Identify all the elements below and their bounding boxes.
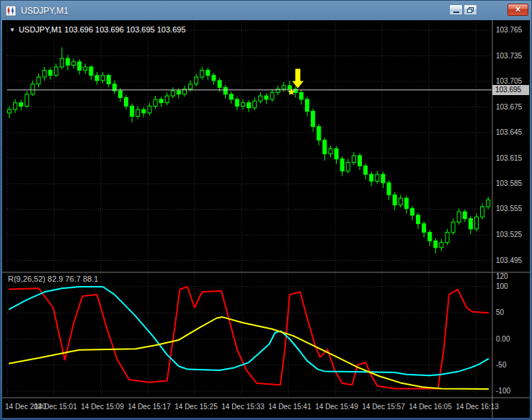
restore-button[interactable] [464, 4, 477, 15]
price-axis-label: 103.585 [496, 179, 522, 188]
time-axis-label: 14 Dec 15:49 [314, 403, 360, 411]
time-scale[interactable]: 14 Dec 202014 Dec 15:0114 Dec 15:0914 De… [2, 398, 530, 418]
price-axis-label: 103.495 [496, 256, 522, 265]
candlesticks [8, 48, 490, 254]
indicator-axis-label: 50 [496, 308, 504, 317]
time-axis-label: 14 Dec 15:41 [267, 403, 313, 411]
time-axis-label: 14 Dec 15:09 [79, 403, 125, 411]
line-red [9, 287, 488, 388]
time-axis-label: 14 Dec 15:33 [220, 403, 266, 411]
mt4-chart-window: USDJPY,M1 × ★ ▼ USDJPY,M1 103.696 103.69… [0, 0, 532, 420]
price-axis-label: 103.765 [496, 26, 522, 35]
chart-icon [5, 5, 17, 17]
price-axis-label: 103.555 [496, 205, 522, 213]
indicator-label: R(9,26,52) 82.9 76.7 88.1 [8, 274, 98, 283]
chart-content: ★ ▼ USDJPY,M1 103.696 103.696 103.695 10… [2, 20, 530, 418]
down-arrow-annotation-icon[interactable] [292, 69, 303, 89]
price-axis-label: 103.735 [496, 52, 522, 61]
one-click-trading-toggle-icon[interactable]: ▼ [9, 26, 15, 34]
price-scale[interactable]: 103.695 103.765103.735103.705103.675103.… [494, 20, 530, 418]
indicator-axis-label: 100 [496, 282, 508, 291]
price-axis-label: 103.675 [496, 103, 522, 112]
indicator-axis-label: -50 [496, 361, 506, 370]
time-axis-label: 14 Dec 15:25 [173, 403, 219, 411]
close-button[interactable]: × [507, 4, 528, 16]
price-axis-label: 103.615 [496, 154, 522, 163]
line-yellow [9, 317, 488, 389]
minimize-button[interactable] [449, 4, 463, 15]
ohlc-label: USDJPY,M1 103.696 103.696 103.695 103.69… [19, 25, 186, 34]
indicator-axis-label: -100 [496, 387, 510, 396]
window-title: USDJPY,M1 [21, 6, 68, 16]
time-axis-label: 14 Dec 15:17 [126, 403, 172, 411]
indicator-lines [9, 287, 488, 389]
close-icon: × [515, 4, 520, 15]
restore-icon [467, 7, 474, 13]
grid [7, 22, 492, 396]
time-axis-label: 14 Dec 15:01 [32, 403, 79, 411]
minimize-icon [453, 12, 459, 13]
price-axis-label: 103.645 [496, 128, 522, 137]
time-axis-label: 14 Dec 16:05 [407, 403, 453, 411]
ohlc-readout: ▼ USDJPY,M1 103.696 103.696 103.695 103.… [9, 25, 186, 34]
star-annotation-icon[interactable]: ★ [287, 86, 296, 97]
indicator-axis-label: 120 [496, 272, 508, 281]
time-axis-label: 14 Dec 15:57 [360, 403, 407, 411]
chart-canvas[interactable]: ★ [2, 20, 530, 418]
time-axis-label: 14 Dec 16:13 [454, 403, 500, 411]
current-price-tag: 103.695 [492, 85, 529, 95]
indicator-axis-label: 0.00 [496, 335, 510, 344]
price-axis-label: 103.705 [496, 77, 522, 86]
price-axis-label: 103.525 [496, 231, 522, 239]
separators [2, 20, 530, 418]
